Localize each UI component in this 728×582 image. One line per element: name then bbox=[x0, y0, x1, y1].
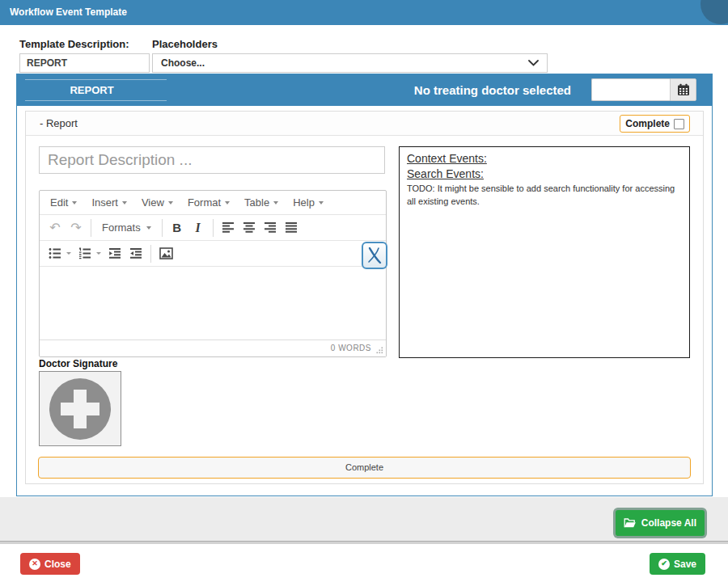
save-label: Save bbox=[674, 559, 696, 570]
caret-down-icon bbox=[72, 201, 77, 205]
align-left-icon bbox=[222, 221, 235, 234]
editor-content-area[interactable] bbox=[40, 267, 386, 340]
doctor-signature-label: Doctor Signature bbox=[39, 358, 117, 369]
menu-view[interactable]: View bbox=[134, 192, 180, 213]
template-description-label: Template Description: bbox=[19, 38, 129, 50]
italic-button[interactable]: I bbox=[188, 217, 209, 238]
todo-note: TODO: It might be sensible to add search… bbox=[407, 183, 682, 209]
menu-help[interactable]: Help bbox=[286, 192, 331, 213]
align-right-icon bbox=[264, 221, 277, 234]
editor-toolbar-row2 bbox=[40, 241, 386, 267]
report-accordion-title: - Report bbox=[40, 112, 78, 136]
close-label: Close bbox=[44, 559, 71, 570]
caret-down-icon bbox=[225, 201, 230, 205]
align-center-icon bbox=[243, 221, 256, 234]
bullet-list-button[interactable] bbox=[44, 243, 66, 264]
align-right-button[interactable] bbox=[260, 217, 281, 238]
align-left-button[interactable] bbox=[218, 217, 239, 238]
editor-menubar: Edit Insert View Format Table Help bbox=[40, 191, 386, 215]
redo-icon: ↷ bbox=[70, 220, 81, 235]
report-accordion: - Report Complete Edit Insert View Forma… bbox=[25, 111, 704, 484]
modal-title: Workflow Event Template bbox=[10, 0, 127, 25]
formats-dropdown[interactable]: Formats bbox=[95, 217, 158, 238]
date-input[interactable] bbox=[591, 78, 670, 101]
caret-down-icon bbox=[168, 201, 173, 205]
chevron-down-icon bbox=[528, 60, 539, 66]
menu-insert[interactable]: Insert bbox=[84, 192, 134, 213]
undo-icon: ↶ bbox=[49, 220, 60, 235]
close-icon: ✕ bbox=[29, 559, 40, 570]
indent-icon bbox=[129, 247, 142, 259]
doctor-status-text: No treating doctor selected bbox=[414, 74, 571, 106]
bold-button[interactable]: B bbox=[167, 217, 188, 238]
align-justify-button[interactable] bbox=[281, 217, 302, 238]
rich-text-editor: Edit Insert View Format Table Help ↶ ↷ F… bbox=[39, 190, 387, 357]
save-check-icon: ✔ bbox=[658, 559, 670, 570]
complete-toggle-button[interactable]: Complete bbox=[620, 115, 690, 133]
caret-down-icon bbox=[273, 201, 278, 205]
editor-statusbar: 0 WORDS bbox=[40, 340, 386, 356]
date-picker-group bbox=[591, 78, 696, 101]
calendar-icon bbox=[677, 83, 690, 96]
insert-image-button[interactable] bbox=[155, 243, 176, 264]
caret-down-icon[interactable] bbox=[66, 252, 71, 255]
caret-down-icon bbox=[146, 226, 151, 230]
redo-button[interactable]: ↷ bbox=[66, 217, 87, 238]
bullet-list-icon bbox=[49, 247, 61, 259]
signature-plugin-icon bbox=[366, 247, 383, 264]
caret-down-icon[interactable] bbox=[96, 252, 101, 255]
menu-edit[interactable]: Edit bbox=[43, 192, 84, 213]
placeholders-selected-value: Choose... bbox=[161, 57, 205, 69]
complete-bar-button[interactable]: Complete bbox=[38, 457, 691, 479]
report-accordion-header[interactable]: - Report Complete bbox=[26, 112, 703, 136]
signature-plugin-button[interactable] bbox=[362, 242, 387, 269]
image-icon bbox=[159, 247, 173, 259]
folder-open-icon bbox=[624, 517, 637, 529]
plus-circle-icon bbox=[49, 377, 112, 441]
outdent-icon bbox=[108, 247, 121, 259]
complete-toggle-label: Complete bbox=[625, 118, 670, 129]
header-corner-decoration bbox=[700, 0, 728, 24]
complete-checkbox[interactable] bbox=[674, 119, 684, 129]
placeholders-select[interactable]: Choose... bbox=[152, 53, 548, 73]
modal-footer: ✕ Close ✔ Save bbox=[0, 544, 728, 582]
save-button[interactable]: ✔ Save bbox=[650, 553, 705, 575]
caret-down-icon bbox=[122, 201, 127, 205]
numbered-list-icon bbox=[78, 247, 91, 259]
numbered-list-button[interactable] bbox=[74, 243, 95, 264]
word-count: 0 WORDS bbox=[331, 340, 371, 356]
align-center-button[interactable] bbox=[239, 217, 260, 238]
collapse-all-label: Collapse All bbox=[641, 517, 696, 529]
outdent-button[interactable] bbox=[104, 243, 125, 264]
collapse-all-button[interactable]: Collapse All bbox=[616, 510, 705, 536]
template-description-input[interactable] bbox=[19, 53, 150, 73]
placeholders-label: Placeholders bbox=[152, 38, 218, 50]
resize-handle[interactable] bbox=[376, 347, 383, 354]
align-justify-icon bbox=[285, 221, 298, 234]
menu-format[interactable]: Format bbox=[180, 192, 237, 213]
workflow-event-template-modal: Workflow Event Template Template Descrip… bbox=[0, 0, 728, 582]
indent-button[interactable] bbox=[125, 243, 146, 264]
modal-header: Workflow Event Template bbox=[0, 0, 728, 25]
tab-bar: REPORT No treating doctor selected bbox=[17, 74, 712, 106]
undo-button[interactable]: ↶ bbox=[44, 217, 66, 238]
context-events-link[interactable]: Context Events: bbox=[407, 151, 487, 167]
italic-icon: I bbox=[196, 221, 201, 235]
calendar-button[interactable] bbox=[670, 78, 696, 101]
bold-icon: B bbox=[172, 221, 181, 234]
tab-report-label: REPORT bbox=[17, 74, 167, 106]
template-panel: REPORT No treating doctor selected bbox=[16, 74, 713, 496]
report-description-input[interactable] bbox=[39, 146, 385, 174]
search-events-link[interactable]: Search Events: bbox=[407, 167, 484, 182]
doctor-signature-box[interactable] bbox=[39, 371, 121, 446]
context-events-panel: Context Events: Search Events: TODO: It … bbox=[399, 146, 690, 358]
editor-toolbar-row1: ↶ ↷ Formats B I bbox=[40, 215, 386, 241]
menu-table[interactable]: Table bbox=[237, 192, 286, 213]
caret-down-icon bbox=[319, 201, 324, 205]
tab-report[interactable]: REPORT bbox=[17, 74, 167, 106]
close-button[interactable]: ✕ Close bbox=[20, 553, 80, 575]
